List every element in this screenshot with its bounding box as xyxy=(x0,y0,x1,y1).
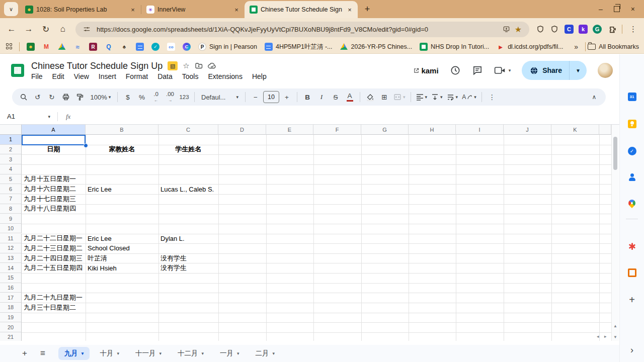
search-menus-button[interactable] xyxy=(17,90,30,104)
minimize-button[interactable]: – xyxy=(599,5,603,13)
column-header-I[interactable]: I xyxy=(456,125,504,135)
row-header-8[interactable]: 8 xyxy=(0,204,22,214)
column-header-K[interactable]: K xyxy=(551,125,599,135)
cube-addon-icon[interactable] xyxy=(620,268,644,277)
cell-A18[interactable]: 九月三十日星期二 xyxy=(22,303,86,313)
row-header-2[interactable]: 2 xyxy=(0,145,22,155)
meet-video-icon[interactable]: ▾ xyxy=(494,66,511,75)
cell-A13[interactable]: 九月二十四日星期三 xyxy=(22,253,86,263)
paint-format-button[interactable] xyxy=(73,90,87,104)
show-side-panel-chevron[interactable]: › xyxy=(620,345,644,355)
kami-link[interactable]: kami xyxy=(414,66,438,75)
share-caret-icon[interactable]: ▼ xyxy=(570,68,587,73)
horizontal-align-button[interactable]: ▾ xyxy=(415,90,429,104)
row-header-19[interactable]: 19 xyxy=(0,313,22,323)
cell-B11[interactable]: Eric Lee xyxy=(86,234,158,244)
selection-fill-handle[interactable] xyxy=(84,143,88,148)
bookmark-item[interactable]: NHS Drop In Tutori... xyxy=(420,43,489,51)
bookmark-item[interactable] xyxy=(136,43,144,51)
keep-icon[interactable] xyxy=(620,120,644,128)
extensions-puzzle-icon[interactable] xyxy=(606,23,618,35)
bookmark-item[interactable]: 4HP5MP1叶芷清 -... xyxy=(265,43,333,51)
document-title[interactable]: Chinese Tutor Schedule Sign Up xyxy=(31,61,163,71)
row-header-18[interactable]: 18 xyxy=(0,303,22,313)
column-header-H[interactable]: H xyxy=(409,125,456,135)
move-to-folder-icon[interactable] xyxy=(195,62,203,70)
kami-extension-icon[interactable]: k xyxy=(579,25,588,34)
cell-A7[interactable]: 九月十七日星期三 xyxy=(22,194,86,204)
increase-font-size-button[interactable]: + xyxy=(280,90,293,104)
bookmark-item[interactable]: M xyxy=(42,43,50,51)
menu-item-extensions[interactable]: Extensions xyxy=(208,72,242,80)
increase-decimals-button[interactable]: .00→ xyxy=(164,90,177,104)
sheet-tab-十一月[interactable]: 十一月▾ xyxy=(129,347,168,360)
scroll-down-arrow[interactable]: ▼ xyxy=(612,335,619,339)
browser-tab[interactable]: ☻1028: Soil Properties Lab× xyxy=(20,1,141,18)
bookmarks-overflow-chevron[interactable]: » xyxy=(574,43,578,51)
row-header-14[interactable]: 14 xyxy=(0,263,22,273)
borders-button[interactable]: ⊞ xyxy=(378,90,391,104)
zoom-selector[interactable]: 100%▾ xyxy=(88,90,114,104)
column-header-A[interactable]: A xyxy=(22,125,86,135)
decrease-decimals-button[interactable]: .0← xyxy=(149,90,163,104)
menu-item-help[interactable]: Help xyxy=(252,72,267,80)
bookmark-item[interactable]: ✓ xyxy=(151,43,159,51)
merge-cells-button[interactable]: ▾ xyxy=(392,90,407,104)
browser-menu-kebab-icon[interactable]: ⋮ xyxy=(626,25,640,34)
browser-tab-active[interactable]: Chinese Tutor Schedule Sign Up× xyxy=(245,1,358,18)
undo-button[interactable]: ↺ xyxy=(31,90,44,104)
bookmark-item[interactable]: Q xyxy=(105,43,113,51)
cell-B6[interactable]: Eric Lee xyxy=(86,184,158,194)
sheets-logo-icon[interactable] xyxy=(11,64,24,77)
row-header-17[interactable]: 17 xyxy=(0,293,22,303)
row-header-21[interactable]: 21 xyxy=(0,332,22,341)
asterisk-addon-icon[interactable] xyxy=(620,242,644,250)
bookmark-item[interactable]: ≈ xyxy=(73,43,82,51)
redo-button[interactable]: ↻ xyxy=(45,90,58,104)
tasks-icon[interactable]: ✓ xyxy=(620,147,644,155)
c-extension-icon[interactable]: C xyxy=(565,25,574,34)
comments-icon[interactable] xyxy=(472,65,483,76)
bookmark-item[interactable]: co xyxy=(167,43,175,51)
row-header-10[interactable]: 10 xyxy=(0,224,22,234)
select-all-corner[interactable] xyxy=(0,125,22,135)
row-header-7[interactable]: 7 xyxy=(0,194,22,204)
collapse-toolbar-button[interactable]: ∧ xyxy=(588,90,601,104)
menu-item-insert[interactable]: Insert xyxy=(99,72,116,80)
maps-icon[interactable] xyxy=(620,200,644,207)
menu-item-edit[interactable]: Edit xyxy=(52,72,64,80)
vertical-scrollbar[interactable]: ▲▼ xyxy=(611,125,619,341)
column-header-E[interactable]: E xyxy=(266,125,313,135)
cell-B12[interactable]: School Closed xyxy=(86,243,158,253)
row-header-20[interactable]: 20 xyxy=(0,322,22,332)
apps-grid-icon[interactable] xyxy=(6,43,13,50)
font-size-input[interactable]: 10 xyxy=(263,91,279,103)
add-sheet-button[interactable]: + xyxy=(22,348,27,358)
address-bar[interactable]: https://docs.google.com/spreadsheets/d/1… xyxy=(75,22,529,37)
bookmark-star-icon[interactable]: ★ xyxy=(512,23,524,35)
name-box[interactable]: A1 ▾ xyxy=(0,113,54,120)
row-header-6[interactable]: 6 xyxy=(0,184,22,194)
reload-button[interactable]: ↻ xyxy=(38,22,53,37)
tab-close-icon[interactable]: × xyxy=(129,6,137,14)
menu-item-view[interactable]: View xyxy=(74,72,89,80)
italic-button[interactable]: I xyxy=(315,90,328,104)
scroll-left-arrow[interactable]: ◂ xyxy=(597,334,599,339)
bookmark-item[interactable] xyxy=(58,43,66,51)
bookmark-item[interactable]: ☻ xyxy=(27,43,35,51)
cell-A12[interactable]: 九月二十三日星期二 xyxy=(22,243,86,253)
format-percent-button[interactable]: % xyxy=(135,90,148,104)
cell-C13[interactable]: 没有学生 xyxy=(158,253,218,263)
more-toolbar-kebab-icon[interactable]: ⋮ xyxy=(486,90,499,104)
shield-icon[interactable] xyxy=(534,23,546,35)
cell-B13[interactable]: 叶芷清 xyxy=(86,253,158,263)
bookmark-item[interactable]: C xyxy=(183,43,191,51)
bookmark-item[interactable]: 2026-YR-P5 Chines... xyxy=(340,43,413,51)
close-button[interactable]: × xyxy=(631,5,635,13)
text-rotation-button[interactable]: A ▾ xyxy=(460,90,478,104)
row-header-11[interactable]: 11 xyxy=(0,234,22,244)
bookmark-item[interactable]: ▶dl.icdst.org/pdfs/fil... xyxy=(497,43,563,51)
sheet-tab-九月[interactable]: 九月▾ xyxy=(58,347,90,360)
format-currency-button[interactable]: $ xyxy=(121,90,134,104)
forward-button[interactable]: → xyxy=(21,22,36,37)
